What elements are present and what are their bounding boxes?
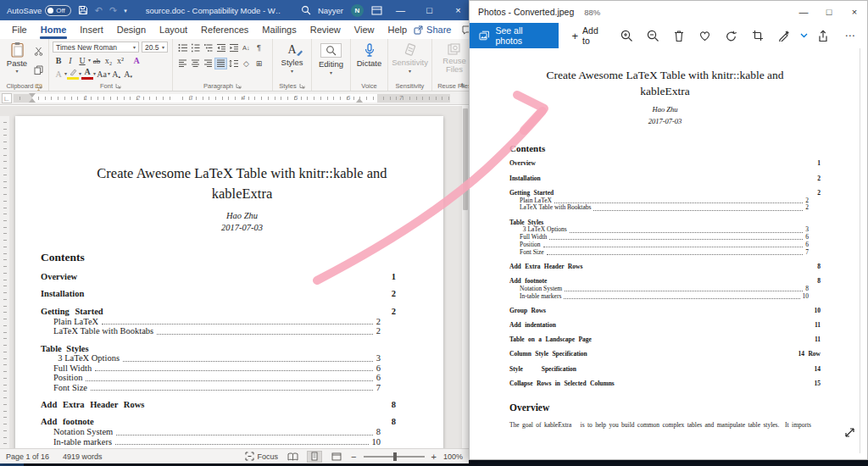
font-color-button[interactable]: A [81, 68, 93, 80]
justify-icon[interactable] [214, 58, 227, 69]
show-marks-icon[interactable]: ¶ [253, 42, 265, 53]
ribbon-display-options-icon[interactable] [371, 6, 382, 15]
zoom-slider[interactable] [364, 456, 425, 458]
undo-icon[interactable]: ↶ [95, 6, 103, 15]
more-options-icon[interactable]: ⋯ [837, 23, 864, 48]
favorite-icon[interactable] [692, 23, 718, 48]
paragraph-dialog-launcher-icon[interactable] [236, 83, 242, 89]
zoom-level[interactable]: 100% [443, 452, 463, 461]
crop-icon[interactable] [744, 23, 771, 48]
redo-icon[interactable]: ↷ [109, 6, 117, 15]
styles-button[interactable]: A Styles ▾ [278, 42, 307, 80]
avatar[interactable]: N [351, 4, 364, 17]
maximize-button[interactable]: □ [419, 0, 440, 20]
zoom-in-button[interactable]: + [431, 452, 437, 462]
close-button[interactable]: × [448, 0, 469, 20]
strikethrough-button[interactable]: ab [91, 54, 103, 66]
bullets-icon[interactable] [176, 42, 189, 53]
photos-minimize-button[interactable]: — [791, 1, 816, 23]
word-scrollbar[interactable] [461, 106, 469, 448]
paste-button[interactable]: Paste ▾ [3, 42, 31, 80]
cut-icon[interactable] [34, 44, 43, 59]
quick-access-caret-icon[interactable]: ▾ [124, 8, 127, 14]
minimize-button[interactable]: — [390, 0, 411, 20]
page-indicator[interactable]: Page 1 of 16 [6, 452, 49, 461]
ribbon-tab[interactable]: Layout [153, 21, 194, 39]
numbering-icon[interactable] [189, 42, 202, 53]
sensitivity-button[interactable]: Sensitivity ▾ [388, 42, 431, 80]
photos-viewer[interactable]: Create Awesome LaTeX Table with knitr::k… [470, 48, 866, 453]
underline-button[interactable]: U [76, 54, 88, 66]
align-center-icon[interactable] [189, 58, 202, 69]
focus-mode-button[interactable]: Focus [245, 452, 279, 461]
ribbon-tab[interactable]: Insert [73, 21, 110, 39]
web-layout-button[interactable] [329, 451, 344, 463]
share-button[interactable]: Share [414, 25, 451, 35]
ribbon-tab[interactable]: Home [34, 21, 74, 39]
borders-icon[interactable]: ⊞ [253, 58, 265, 69]
first-line-indent-marker[interactable] [29, 93, 36, 97]
add-to-button[interactable]: +Add to [571, 25, 606, 46]
ribbon-tab[interactable]: File [5, 21, 34, 39]
bold-button[interactable]: B [53, 54, 64, 66]
editing-button[interactable]: Editing ▾ [315, 42, 347, 80]
shading-icon[interactable]: ◇ [240, 58, 253, 69]
right-indent-marker[interactable] [356, 98, 363, 103]
font-size-select[interactable]: 20.5▾ [142, 42, 168, 53]
collapse-ribbon-icon[interactable]: ∧ [459, 81, 465, 89]
subscript-button[interactable]: x₂ [103, 54, 114, 66]
photos-maximize-button[interactable]: □ [816, 1, 842, 23]
italic-button[interactable]: I [64, 54, 76, 66]
ribbon-tab[interactable]: References [194, 21, 255, 39]
styles-dialog-launcher-icon[interactable] [299, 83, 305, 89]
word-count[interactable]: 4919 words [63, 452, 103, 461]
increase-indent-icon[interactable] [227, 42, 240, 53]
change-case-button[interactable]: Aa [96, 68, 108, 80]
highlight-button[interactable] [67, 68, 79, 80]
save-icon[interactable] [78, 5, 88, 15]
hanging-indent-marker[interactable] [29, 98, 36, 103]
decrease-indent-icon[interactable] [214, 42, 227, 53]
text-effects-button[interactable]: A [131, 54, 142, 66]
rotate-icon[interactable] [718, 23, 744, 48]
align-left-icon[interactable] [176, 58, 189, 69]
shrink-font-button[interactable]: A▾ [122, 68, 134, 80]
zoom-out-button[interactable]: − [351, 452, 356, 462]
sort-icon[interactable]: A↓ [240, 42, 253, 53]
fullscreen-icon[interactable] [843, 426, 856, 442]
tab-selector[interactable]: ∟ [2, 93, 12, 103]
clipboard-dialog-launcher-icon[interactable] [36, 83, 42, 89]
word-scrollbar-thumb[interactable] [463, 108, 468, 210]
vertical-ruler[interactable] [0, 116, 9, 448]
ribbon-tab[interactable]: Design [110, 21, 153, 39]
read-mode-button[interactable] [285, 451, 300, 463]
ribbon-tab[interactable]: View [348, 21, 381, 39]
see-all-photos-button[interactable]: See all photos [470, 23, 559, 48]
zoom-slider-thumb[interactable] [393, 452, 397, 461]
user-name[interactable]: Nayyer [318, 6, 343, 15]
reuse-files-button[interactable]: Reuse Files [437, 42, 469, 80]
font-dialog-launcher-icon[interactable] [115, 83, 121, 89]
ribbon-tab[interactable]: Help [381, 21, 414, 39]
ribbon-tab[interactable]: Mailings [255, 21, 303, 39]
zoom-in-icon[interactable] [614, 23, 640, 48]
line-spacing-icon[interactable] [227, 58, 240, 69]
delete-icon[interactable] [666, 23, 693, 48]
multilevel-list-icon[interactable] [202, 42, 214, 53]
font-name-select[interactable]: Times New Roman▾ [53, 42, 139, 53]
superscript-button[interactable]: x² [114, 54, 126, 66]
print-layout-button[interactable] [307, 451, 322, 463]
search-icon[interactable] [301, 5, 311, 15]
ribbon-tab[interactable]: Review [303, 21, 348, 39]
edit-caret-icon[interactable] [798, 23, 810, 48]
dictate-button[interactable]: Dictate [353, 42, 386, 80]
share-icon[interactable] [810, 23, 837, 48]
document-page[interactable]: Create Awesome LaTeX Table with knitr::k… [15, 116, 443, 448]
copy-icon[interactable] [34, 63, 43, 78]
zoom-out-icon[interactable] [640, 23, 666, 48]
clear-formatting-button[interactable]: A [53, 68, 64, 80]
horizontal-ruler[interactable]: ∟ 1234567 [0, 92, 469, 105]
edit-create-icon[interactable] [771, 23, 798, 48]
autosave-toggle[interactable]: AutoSave Off [7, 5, 71, 16]
grow-font-button[interactable]: A▴ [110, 68, 122, 80]
